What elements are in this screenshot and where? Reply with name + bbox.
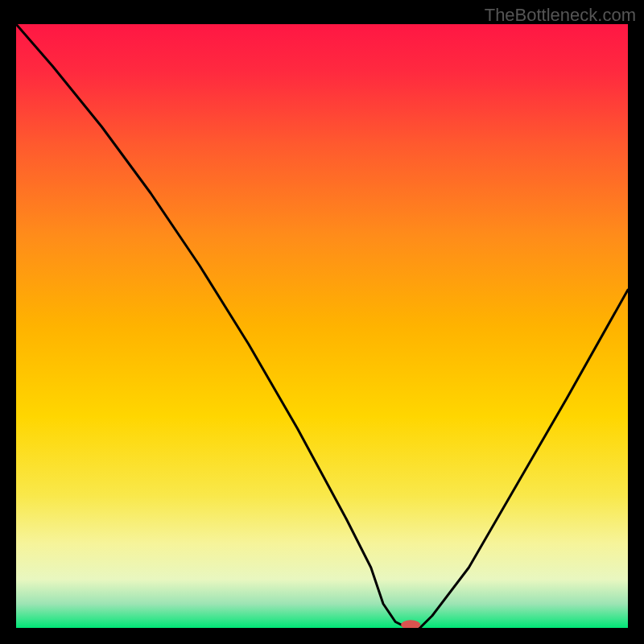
watermark-label: TheBottleneck.com xyxy=(485,5,636,26)
chart-area xyxy=(16,24,628,628)
chart-svg xyxy=(16,24,628,628)
gradient-background xyxy=(16,24,628,628)
